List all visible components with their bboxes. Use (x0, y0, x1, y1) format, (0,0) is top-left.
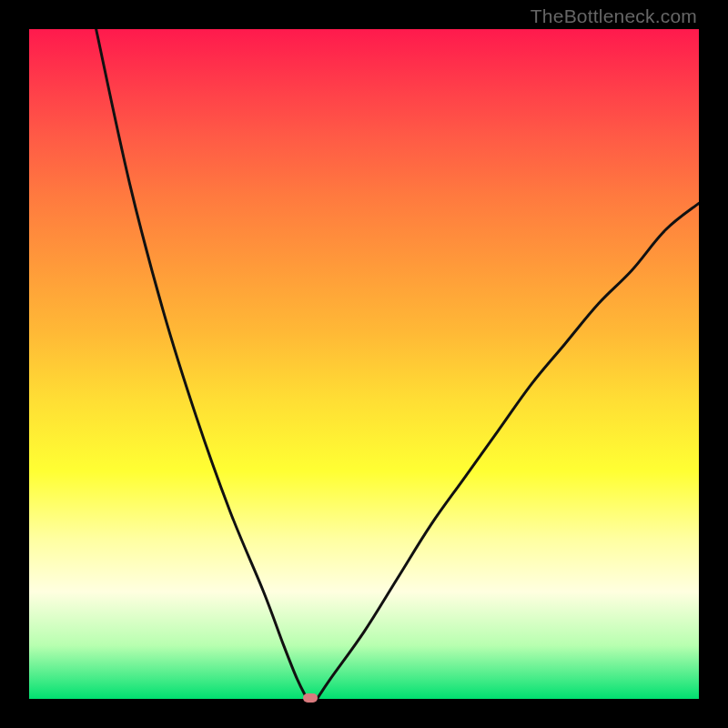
chart-frame: TheBottleneck.com (0, 0, 728, 728)
bottleneck-curve (29, 29, 699, 699)
curve-path (96, 29, 699, 699)
watermark-text: TheBottleneck.com (531, 5, 697, 27)
plot-area (29, 29, 699, 699)
optimum-marker (303, 693, 318, 703)
